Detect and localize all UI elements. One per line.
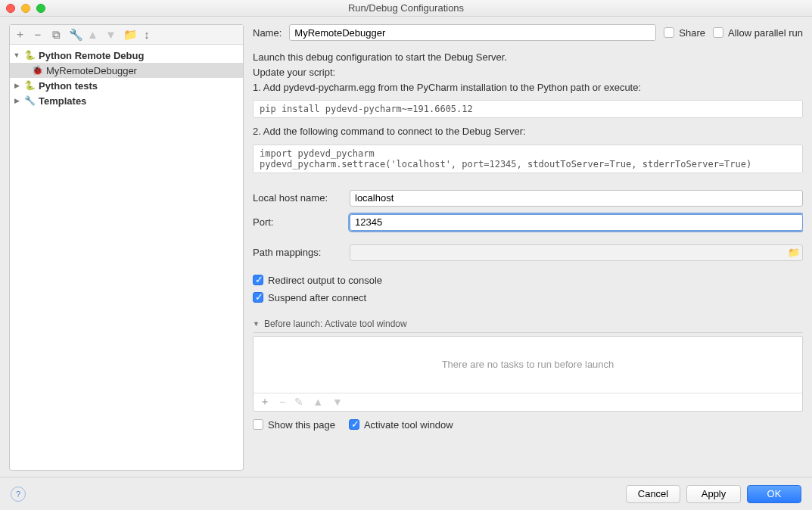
window-title: Run/Debug Configurations — [0, 2, 812, 14]
copy-config-icon[interactable]: ⧉ — [51, 28, 61, 42]
suspend-checkbox[interactable]: Suspend after connect — [253, 292, 803, 303]
wrench-icon: 🔧 — [23, 95, 36, 106]
expand-arrow-icon: ▼ — [13, 51, 20, 59]
before-launch-toolbar: ＋ − ✎ ▲ ▼ — [254, 393, 802, 411]
help-button[interactable]: ? — [11, 487, 26, 502]
tree-node-label: Python tests — [39, 80, 98, 92]
before-launch-placeholder: There are no tasks to run before launch — [254, 337, 802, 393]
instructions-block: Launch this debug configuration to start… — [253, 50, 803, 95]
remote-debug-icon: 🐞 — [31, 65, 43, 76]
redirect-label: Redirect output to console — [268, 275, 382, 286]
tree-node-label: Templates — [39, 95, 86, 107]
move-task-down-icon[interactable]: ▼ — [332, 396, 343, 408]
add-task-icon[interactable]: ＋ — [260, 395, 270, 409]
code-snippet-settrace[interactable]: import pydevd_pycharm pydevd_pycharm.set… — [253, 145, 803, 173]
ok-button[interactable]: OK — [747, 485, 801, 503]
activate-tool-window-checkbox[interactable]: Activate tool window — [349, 419, 453, 431]
edit-task-icon[interactable]: ✎ — [294, 396, 303, 408]
sidebar-toolbar: ＋ − ⧉ 🔧 ▲ ▼ 📁 ↕ — [10, 25, 243, 45]
instruction-step: 2. Add the following command to connect … — [253, 124, 803, 139]
config-editor: Name: Share Allow parallel run Launch th… — [253, 24, 803, 471]
before-launch-tasks: There are no tasks to run before launch … — [253, 336, 803, 412]
port-input[interactable] — [350, 214, 803, 231]
share-checkbox-input[interactable] — [664, 27, 674, 38]
parallel-checkbox[interactable]: Allow parallel run — [713, 27, 803, 39]
sort-icon[interactable]: ↕ — [142, 28, 152, 41]
folder-icon[interactable]: 📁 — [123, 28, 134, 42]
parallel-label: Allow parallel run — [728, 27, 803, 39]
collapse-arrow-icon: ▶ — [13, 82, 20, 89]
titlebar: Run/Debug Configurations — [0, 0, 812, 17]
code-snippet-pip[interactable]: pip install pydevd-pycharm~=191.6605.12 — [253, 100, 803, 118]
python-icon: 🐍 — [23, 50, 36, 61]
show-this-page-checkbox[interactable]: Show this page — [253, 419, 335, 431]
config-tree: ▼ 🐍 Python Remote Debug 🐞 MyRemoteDebugg… — [10, 45, 243, 470]
tree-node-label: MyRemoteDebugger — [46, 65, 137, 76]
show-this-page-checkbox-input[interactable] — [253, 419, 263, 430]
move-up-icon[interactable]: ▲ — [87, 28, 98, 41]
mappings-label: Path mappings: — [253, 247, 344, 258]
apply-button[interactable]: Apply — [686, 485, 741, 503]
before-launch-header[interactable]: ▼ Before launch: Activate tool window — [253, 319, 803, 333]
tree-node-python-remote-debug[interactable]: ▼ 🐍 Python Remote Debug — [10, 48, 243, 63]
tree-node-label: Python Remote Debug — [39, 50, 144, 61]
share-checkbox[interactable]: Share — [664, 27, 705, 39]
port-label: Port: — [253, 216, 344, 228]
section-collapse-icon: ▼ — [253, 320, 260, 328]
host-input[interactable] — [350, 190, 803, 207]
before-launch-title: Before launch: Activate tool window — [264, 319, 407, 329]
configurations-sidebar: ＋ − ⧉ 🔧 ▲ ▼ 📁 ↕ ▼ 🐍 Python Remote Debug … — [9, 24, 244, 471]
move-down-icon[interactable]: ▼ — [105, 28, 116, 41]
collapse-arrow-icon: ▶ — [13, 97, 20, 104]
folder-picker-icon[interactable]: 📁 — [786, 247, 802, 258]
remove-task-icon[interactable]: − — [279, 396, 285, 408]
activate-tool-window-label: Activate tool window — [364, 419, 453, 431]
edit-defaults-icon[interactable]: 🔧 — [69, 28, 79, 42]
redirect-output-checkbox[interactable]: Redirect output to console — [253, 275, 803, 286]
suspend-label: Suspend after connect — [268, 292, 366, 303]
remove-config-icon[interactable]: − — [33, 28, 43, 41]
suspend-checkbox-input[interactable] — [253, 292, 263, 303]
share-label: Share — [679, 27, 705, 39]
name-label: Name: — [253, 27, 282, 39]
activate-tool-window-checkbox-input[interactable] — [349, 419, 359, 430]
tree-node-templates[interactable]: ▶ 🔧 Templates — [10, 93, 243, 108]
host-label: Local host name: — [253, 192, 344, 204]
cancel-button[interactable]: Cancel — [626, 485, 680, 503]
path-mappings-field[interactable]: 📁 — [350, 244, 803, 261]
instruction-line: Launch this debug configuration to start… — [253, 50, 803, 65]
add-config-icon[interactable]: ＋ — [14, 27, 25, 42]
show-this-page-label: Show this page — [268, 419, 335, 431]
dialog-footer: ? Cancel Apply OK — [0, 477, 812, 510]
tree-node-python-tests[interactable]: ▶ 🐍 Python tests — [10, 78, 243, 93]
move-task-up-icon[interactable]: ▲ — [313, 396, 323, 408]
tree-node-myremotedebugger[interactable]: 🐞 MyRemoteDebugger — [10, 63, 243, 78]
instruction-line: Update your script: — [253, 65, 803, 80]
instruction-step: 1. Add pydevd-pycharm.egg from the PyCha… — [253, 80, 803, 95]
name-input[interactable] — [289, 24, 656, 41]
redirect-output-checkbox-input[interactable] — [253, 275, 263, 285]
python-icon: 🐍 — [23, 80, 36, 91]
parallel-checkbox-input[interactable] — [713, 27, 723, 38]
